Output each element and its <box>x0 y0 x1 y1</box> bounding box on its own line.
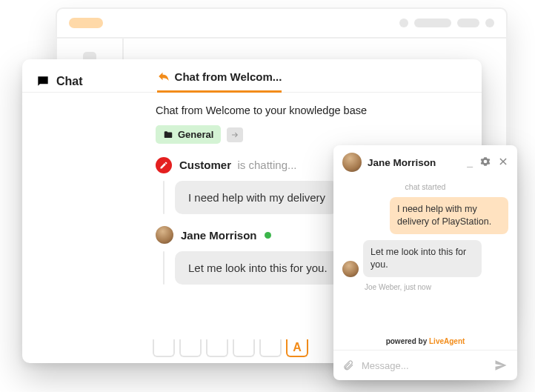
tool-tab[interactable] <box>206 339 228 357</box>
close-icon <box>498 156 508 167</box>
widget-body: chat started I need help with my deliver… <box>333 179 517 350</box>
widget-user-row: I need help with my delivery of PlayStat… <box>342 197 508 234</box>
widget-agent-row: Let me look into this for you. <box>342 240 508 277</box>
tool-tabs: A <box>153 339 308 357</box>
widget-header: Jane Morrison _ <box>333 145 517 179</box>
thread-rail <box>163 181 165 214</box>
send-icon <box>494 358 508 373</box>
tool-tab-active-letter: A <box>293 341 302 354</box>
widget-agent-name: Jane Morrison <box>368 157 461 168</box>
pencil-icon <box>159 161 168 170</box>
chat-widget: Jane Morrison _ chat started I need help… <box>333 145 517 380</box>
attach-button[interactable] <box>342 359 354 371</box>
background-window-top-bar <box>57 9 506 39</box>
widget-agent-bubble: Let me look into this for you. <box>363 240 482 277</box>
agent-name: Jane Morrison <box>181 229 257 242</box>
edit-badge[interactable] <box>156 157 172 173</box>
message-input-placeholder: Message... <box>362 360 409 371</box>
powered-by-line: powered by LiveAgent <box>342 337 508 345</box>
powered-by-brand: LiveAgent <box>429 337 465 345</box>
placeholder-dot <box>485 19 494 27</box>
customer-message-bubble: I need help with my delivery <box>175 181 339 214</box>
department-tag-label: General <box>178 129 213 140</box>
next-badge[interactable] <box>227 127 243 142</box>
brand-pill <box>69 18 103 28</box>
message-input[interactable]: Message... <box>362 360 486 371</box>
widget-user-bubble: I need help with my delivery of PlayStat… <box>390 197 508 234</box>
thread-rail <box>163 251 165 285</box>
background-window-controls <box>399 19 494 27</box>
chat-subject: Chat from Welcome to your knowledge base <box>156 104 482 116</box>
paperclip-icon <box>342 359 354 371</box>
widget-message-meta: Joe Weber, just now <box>342 283 508 291</box>
powered-by-prefix: powered by <box>386 337 429 345</box>
customer-label: Customer <box>179 159 231 171</box>
panel-section-heading: Chat <box>36 74 83 89</box>
arrow-right-icon <box>230 130 239 139</box>
tool-tab[interactable] <box>259 339 282 357</box>
panel-header: Chat Chat from Welcom... <box>22 59 482 93</box>
department-tag[interactable]: General <box>156 125 221 144</box>
avatar <box>156 226 173 244</box>
tool-tab[interactable] <box>233 339 255 357</box>
close-button[interactable] <box>498 156 508 168</box>
tool-tab-active[interactable]: A <box>286 339 308 357</box>
tag-row: General <box>156 125 482 144</box>
panel-active-tab[interactable]: Chat from Welcom... <box>157 70 282 93</box>
settings-button[interactable] <box>480 156 491 168</box>
send-button[interactable] <box>494 358 508 373</box>
panel-active-tab-label: Chat from Welcom... <box>175 70 282 83</box>
minimize-button[interactable]: _ <box>467 156 473 168</box>
placeholder-bar <box>457 19 479 27</box>
gear-icon <box>480 156 491 167</box>
agent-message-bubble: Let me look into this for you. <box>175 251 341 285</box>
panel-section-title: Chat <box>56 75 83 88</box>
chat-started-label: chat started <box>342 182 508 191</box>
online-status-icon <box>265 232 271 239</box>
tool-tab[interactable] <box>179 339 202 357</box>
avatar <box>342 261 359 277</box>
reply-icon <box>157 70 170 83</box>
folder-icon <box>163 130 173 140</box>
tool-tab[interactable] <box>153 339 175 357</box>
placeholder-dot <box>399 19 408 27</box>
chat-icon <box>36 74 50 89</box>
placeholder-bar <box>414 19 451 27</box>
is-chatting-label: is chatting... <box>237 159 296 171</box>
avatar <box>342 153 362 172</box>
widget-input-bar: Message... <box>333 350 517 380</box>
